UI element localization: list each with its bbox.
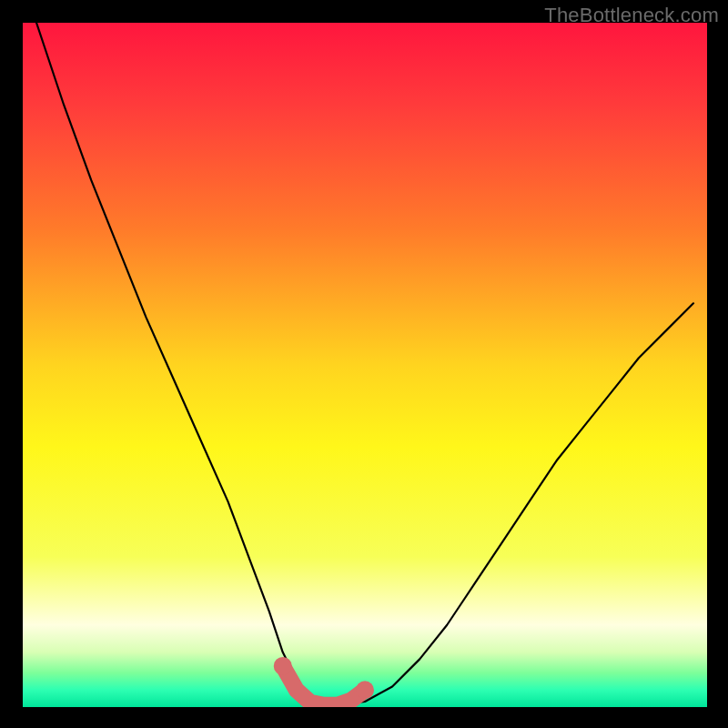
svg-point-2 bbox=[356, 681, 374, 699]
svg-rect-0 bbox=[23, 23, 707, 707]
watermark-text: TheBottleneck.com bbox=[544, 4, 719, 27]
svg-point-1 bbox=[274, 657, 292, 675]
chart-frame: TheBottleneck.com bbox=[0, 0, 728, 728]
chart-plot bbox=[23, 23, 707, 707]
